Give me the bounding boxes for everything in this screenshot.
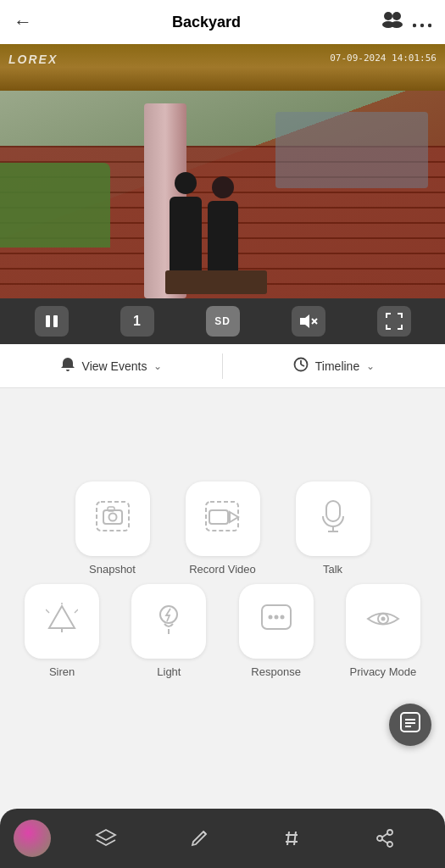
svg-point-35 xyxy=(280,615,284,619)
fab-area xyxy=(0,704,445,746)
record-video-button[interactable] xyxy=(186,481,260,556)
svg-line-28 xyxy=(75,609,78,613)
timeline-label: Timeline xyxy=(315,359,359,373)
people-icon[interactable] xyxy=(381,11,403,33)
snapshot-icon xyxy=(95,500,131,538)
camera-feed: LOREX 07-09-2024 14:01:56 xyxy=(0,44,445,298)
svg-marker-42 xyxy=(97,830,115,840)
middle-area xyxy=(0,388,445,473)
svg-marker-25 xyxy=(49,606,75,628)
svg-point-30 xyxy=(160,606,177,623)
talk-action[interactable]: Talk xyxy=(286,481,380,576)
svg-line-27 xyxy=(46,609,49,613)
pause-button[interactable] xyxy=(35,306,69,337)
privacy-mode-button[interactable] xyxy=(346,584,420,659)
view-events-chevron: ⌄ xyxy=(153,360,162,372)
snapshot-label: Snapshot xyxy=(89,563,136,576)
svg-point-5 xyxy=(420,24,424,27)
svg-rect-7 xyxy=(46,315,50,327)
siren-button[interactable] xyxy=(25,584,99,659)
page-title: Backyard xyxy=(172,14,241,31)
channel-button[interactable]: 1 xyxy=(120,306,154,337)
light-icon xyxy=(153,602,184,642)
mute-button[interactable] xyxy=(292,306,325,337)
response-icon xyxy=(260,604,292,640)
svg-point-4 xyxy=(413,24,416,27)
header-icons xyxy=(381,11,431,33)
svg-marker-21 xyxy=(230,512,238,522)
svg-rect-15 xyxy=(97,502,129,531)
svg-line-47 xyxy=(294,832,296,845)
svg-line-52 xyxy=(382,839,388,843)
light-label: Light xyxy=(157,665,181,678)
actions-row-2: Siren Light xyxy=(17,584,428,678)
svg-rect-19 xyxy=(206,502,238,531)
clock-icon xyxy=(293,357,309,376)
svg-point-0 xyxy=(384,12,392,20)
text-recognition-icon xyxy=(399,711,421,738)
siren-icon xyxy=(46,603,78,641)
talk-label: Talk xyxy=(323,563,342,576)
svg-rect-18 xyxy=(108,507,114,511)
snapshot-action[interactable]: Snapshot xyxy=(66,481,159,576)
nav-share-button[interactable] xyxy=(366,820,403,857)
privacy-mode-icon xyxy=(366,606,400,637)
privacy-mode-action[interactable]: Privacy Mode xyxy=(338,584,428,678)
talk-icon xyxy=(320,499,347,539)
record-video-action[interactable]: Record Video xyxy=(176,481,270,576)
record-video-label: Record Video xyxy=(189,563,256,576)
privacy-mode-label: Privacy Mode xyxy=(350,665,417,678)
svg-rect-20 xyxy=(209,510,228,524)
svg-point-2 xyxy=(392,12,401,20)
view-events-label: View Events xyxy=(82,359,147,373)
svg-point-37 xyxy=(381,616,385,620)
siren-action[interactable]: Siren xyxy=(17,584,107,678)
nav-items xyxy=(59,820,431,857)
nav-avatar[interactable] xyxy=(14,820,51,857)
svg-point-49 xyxy=(377,836,382,841)
talk-button[interactable] xyxy=(296,481,370,556)
svg-line-46 xyxy=(287,832,289,845)
svg-point-48 xyxy=(387,830,392,835)
light-button[interactable] xyxy=(131,584,206,659)
lorex-watermark: LOREX xyxy=(8,53,58,66)
snapshot-button[interactable] xyxy=(75,481,150,556)
svg-point-6 xyxy=(428,24,431,27)
light-action[interactable]: Light xyxy=(124,584,214,678)
text-recognition-button[interactable] xyxy=(389,704,431,746)
nav-layers-button[interactable] xyxy=(87,820,125,857)
timeline-chevron: ⌄ xyxy=(366,360,375,372)
svg-point-34 xyxy=(274,615,278,619)
bottom-navigation xyxy=(0,809,445,868)
svg-line-43 xyxy=(203,832,206,834)
timeline-button[interactable]: Timeline ⌄ xyxy=(223,344,445,387)
bell-icon xyxy=(60,357,75,376)
response-label: Response xyxy=(251,665,301,678)
header: ← Backyard xyxy=(0,0,445,44)
nav-hashtag-button[interactable] xyxy=(273,820,310,857)
svg-rect-16 xyxy=(103,510,122,524)
svg-line-51 xyxy=(382,833,388,837)
camera-timestamp: 07-09-2024 14:01:56 xyxy=(330,53,437,64)
siren-label: Siren xyxy=(49,665,75,678)
view-events-button[interactable]: View Events ⌄ xyxy=(0,344,222,387)
svg-rect-8 xyxy=(53,315,58,327)
svg-line-14 xyxy=(301,364,304,366)
response-action[interactable]: Response xyxy=(231,584,321,678)
quality-button[interactable]: SD xyxy=(206,306,240,337)
svg-rect-22 xyxy=(326,501,340,521)
response-button[interactable] xyxy=(239,584,314,659)
back-button[interactable]: ← xyxy=(14,11,32,33)
actions-section: Snapshot Record Video xyxy=(0,473,445,704)
svg-point-33 xyxy=(268,615,272,619)
record-video-icon xyxy=(204,500,242,538)
actions-row-1: Snapshot Record Video xyxy=(17,481,428,576)
nav-edit-button[interactable] xyxy=(181,820,218,857)
svg-marker-9 xyxy=(300,314,309,328)
fullscreen-button[interactable] xyxy=(377,306,411,337)
camera-controls-bar: 1 SD xyxy=(0,298,445,344)
more-options-icon[interactable] xyxy=(413,11,431,33)
svg-point-17 xyxy=(108,513,116,520)
svg-point-3 xyxy=(391,21,403,28)
svg-point-50 xyxy=(387,842,392,847)
